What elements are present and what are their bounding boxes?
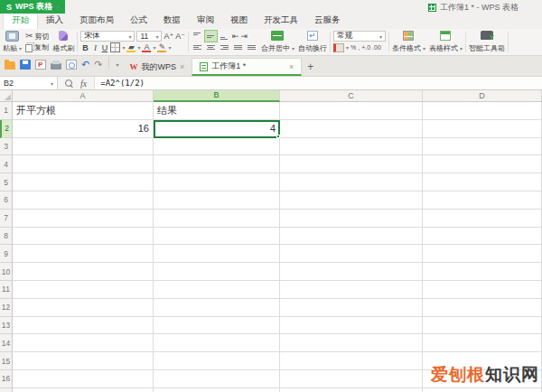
cell-B5[interactable]: [154, 173, 280, 191]
cell-A11[interactable]: [13, 281, 154, 299]
menu-tab-dev-tools[interactable]: 开发工具: [256, 13, 306, 29]
number-format-select[interactable]: 常规 ▾: [333, 31, 386, 42]
print-icon[interactable]: [51, 63, 61, 70]
cell-A4[interactable]: [13, 155, 154, 173]
cell-B12[interactable]: [154, 299, 280, 317]
align-center-button[interactable]: [205, 42, 217, 53]
cell-C3[interactable]: [280, 138, 423, 156]
cell-C4[interactable]: [280, 155, 423, 173]
qat-customize-caret-icon[interactable]: ▾: [116, 61, 118, 68]
row-header-2[interactable]: 2: [0, 120, 13, 138]
smart-toolbox-button[interactable]: 智能工具箱: [467, 30, 507, 54]
menu-tab-page-layout[interactable]: 页面布局: [71, 13, 122, 29]
shrink-font-button[interactable]: A⁻: [175, 32, 185, 41]
cell-A9[interactable]: [13, 245, 154, 263]
cell-B2[interactable]: 4: [154, 120, 280, 138]
decrease-indent-button[interactable]: ⇤: [232, 32, 239, 41]
cell-D8[interactable]: [423, 228, 542, 246]
cell-C11[interactable]: [280, 281, 423, 299]
cell-D14[interactable]: [423, 334, 542, 352]
cell-A13[interactable]: [13, 317, 154, 335]
cell-A2[interactable]: 16: [13, 120, 154, 138]
cell-C17[interactable]: [280, 388, 423, 392]
cell-C6[interactable]: [280, 191, 423, 210]
align-middle-button[interactable]: [205, 31, 217, 42]
save-icon[interactable]: [20, 60, 31, 70]
formula-input[interactable]: =A2^(1/2): [95, 77, 542, 89]
menu-tab-insert[interactable]: 插入: [38, 13, 71, 29]
cell-A15[interactable]: [13, 352, 154, 370]
cell-B1[interactable]: 结果: [154, 102, 280, 120]
cell-A1[interactable]: 开平方根: [13, 102, 154, 120]
cell-D7[interactable]: [423, 210, 542, 228]
cell-B4[interactable]: [154, 155, 280, 173]
cell-C7[interactable]: [280, 210, 423, 228]
paste-button[interactable]: 粘贴▾: [1, 30, 23, 54]
cell-D2[interactable]: [423, 120, 542, 138]
increase-decimal-button[interactable]: +.0: [361, 44, 370, 51]
fill-caret-icon[interactable]: ▾: [137, 44, 140, 51]
currency-style-icon[interactable]: [333, 43, 344, 52]
logo-caret-icon[interactable]: ▾: [56, 4, 59, 10]
merge-center-button[interactable]: 合并居中▾: [259, 30, 296, 54]
open-file-icon[interactable]: [5, 61, 15, 70]
menu-tab-home[interactable]: 开始: [3, 12, 38, 29]
row-header-16[interactable]: 16: [0, 370, 13, 388]
wrap-text-button[interactable]: ↵ 自动换行: [296, 30, 329, 54]
font-size-select[interactable]: 11 ▾: [136, 31, 162, 42]
highlight-caret-icon[interactable]: ▾: [168, 44, 171, 51]
cell-A6[interactable]: [13, 191, 154, 210]
align-top-button[interactable]: [192, 31, 203, 42]
cell-D10[interactable]: [423, 263, 542, 281]
row-header-14[interactable]: 14: [0, 334, 13, 352]
distribute-button[interactable]: [246, 42, 257, 53]
cell-C8[interactable]: [280, 228, 423, 246]
cell-D17[interactable]: [423, 388, 542, 392]
menu-tab-formulas[interactable]: 公式: [122, 13, 155, 29]
currency-caret-icon[interactable]: ▾: [346, 44, 349, 51]
cell-D13[interactable]: [423, 317, 542, 335]
zoom-formula-icon[interactable]: [65, 79, 73, 88]
cell-B10[interactable]: [154, 263, 280, 281]
menu-tab-view[interactable]: 视图: [222, 13, 256, 29]
cell-B3[interactable]: [154, 138, 280, 156]
row-header-5[interactable]: 5: [0, 173, 13, 191]
cell-C12[interactable]: [280, 299, 423, 317]
cell-C15[interactable]: [280, 352, 423, 370]
select-all-corner[interactable]: [0, 90, 13, 102]
print-preview-icon[interactable]: [66, 60, 77, 70]
close-tab-icon[interactable]: ×: [289, 62, 294, 71]
cell-C16[interactable]: [280, 370, 423, 388]
cell-C5[interactable]: [280, 173, 423, 191]
new-tab-button[interactable]: +: [302, 61, 319, 76]
cell-C9[interactable]: [280, 245, 423, 263]
column-header-B[interactable]: B: [154, 90, 280, 102]
doc-tab-workbook1[interactable]: 工作簿1 * ×: [192, 58, 302, 76]
cell-A17[interactable]: [13, 388, 154, 392]
conditional-format-button[interactable]: 条件格式▾: [390, 30, 427, 54]
percent-style-button[interactable]: %: [350, 44, 356, 51]
grow-font-button[interactable]: A⁺: [164, 32, 173, 41]
cut-button[interactable]: ✂ 剪切: [25, 31, 49, 42]
row-header-12[interactable]: 12: [0, 299, 13, 317]
row-header-8[interactable]: 8: [0, 228, 13, 246]
cell-B15[interactable]: [154, 352, 280, 370]
align-bottom-button[interactable]: [219, 31, 230, 42]
format-painter-button[interactable]: 格式刷: [51, 30, 76, 54]
insert-function-icon[interactable]: fx: [80, 79, 87, 89]
close-tab-icon[interactable]: ×: [180, 62, 184, 71]
row-header-4[interactable]: 4: [0, 155, 13, 173]
font-name-select[interactable]: 宋体 ▾: [80, 31, 135, 42]
cell-B13[interactable]: [154, 317, 280, 335]
menu-tab-review[interactable]: 审阅: [189, 13, 222, 29]
cell-A12[interactable]: [13, 299, 154, 317]
row-header-1[interactable]: 1: [0, 102, 13, 120]
row-header-17[interactable]: 17: [0, 388, 13, 392]
cell-D12[interactable]: [423, 299, 542, 317]
italic-button[interactable]: I: [91, 43, 98, 52]
decrease-decimal-button[interactable]: .00: [372, 44, 381, 51]
cell-B11[interactable]: [154, 281, 280, 299]
align-left-button[interactable]: [192, 42, 203, 53]
copy-button[interactable]: 复制: [25, 42, 49, 54]
cell-A14[interactable]: [13, 334, 154, 352]
